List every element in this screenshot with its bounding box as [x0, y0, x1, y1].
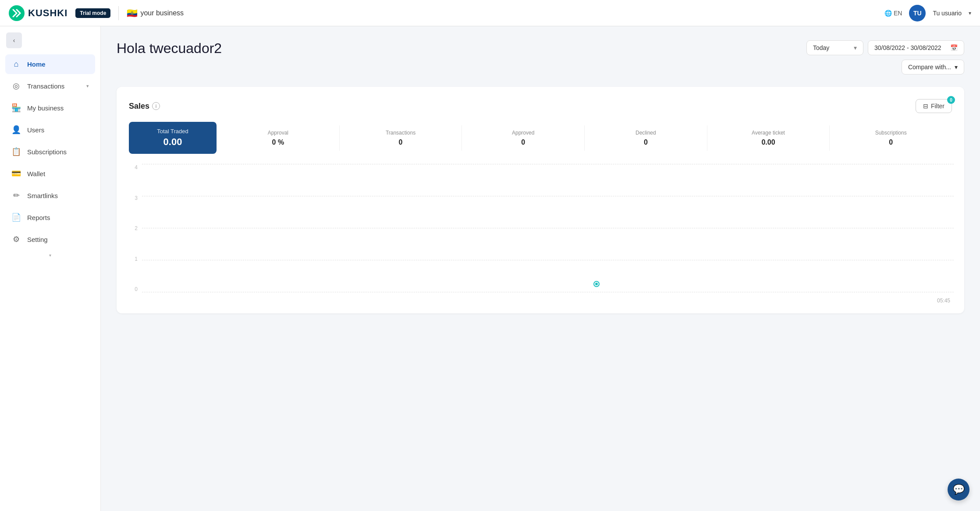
metric-label: Approved [465, 130, 581, 136]
subscriptions-icon: 📋 [11, 147, 21, 156]
metric-label: Declined [588, 130, 703, 136]
sidebar-item-label: Home [27, 60, 46, 68]
stat-metric-approval: Approval 0 % [217, 125, 339, 151]
globe-icon: 🌐 [884, 10, 892, 17]
sidebar-item-users[interactable]: 👤 Users [5, 120, 95, 140]
sidebar-item-label: Transactions [27, 82, 64, 90]
chart-data-point [594, 282, 599, 286]
setting-icon: ⚙ [11, 234, 21, 244]
business-name: your business [140, 9, 184, 17]
metric-label: Transactions [343, 130, 458, 136]
trial-badge: Trial mode [75, 8, 110, 18]
sidebar-item-transactions[interactable]: ◎ Transactions ▾ [5, 76, 95, 96]
chart-y-label-4: 4 [127, 164, 140, 170]
user-menu-chevron[interactable]: ▾ [969, 10, 971, 16]
page-title: Hola twecuador2 [117, 40, 222, 57]
sidebar-item-label: Wallet [27, 170, 45, 177]
sidebar-item-smartlinks[interactable]: ✏ Smartlinks [5, 185, 95, 206]
language-selector[interactable]: 🌐 EN [884, 10, 902, 17]
sidebar-item-label: Smartlinks [27, 192, 58, 199]
stats-row: Total Traded 0.00 Approval 0 % Transacti… [129, 122, 952, 154]
sidebar: ‹ ⌂ Home ◎ Transactions ▾ 🏪 My business … [0, 26, 101, 511]
sidebar-item-subscriptions[interactable]: 📋 Subscriptions [5, 142, 95, 162]
sales-card: Sales i ⊟ Filter 0 Total Traded 0.00 [117, 87, 964, 313]
sales-card-header: Sales i ⊟ Filter 0 [129, 99, 952, 113]
home-icon: ⌂ [11, 60, 21, 69]
chart-area: 0 1 2 3 4 05:45 [127, 164, 954, 305]
kushki-logo-icon [9, 5, 25, 21]
users-icon: 👤 [11, 125, 21, 135]
header-controls: Today ▾ 30/08/2022 - 30/08/2022 📅 Compar… [806, 40, 964, 75]
sidebar-item-my-business[interactable]: 🏪 My business [5, 98, 95, 118]
sidebar-item-label: Setting [27, 236, 48, 243]
chat-icon: 💬 [953, 484, 965, 495]
my-business-icon: 🏪 [11, 103, 21, 113]
chart-y-label-2: 2 [127, 225, 140, 231]
metric-label: Average ticket [711, 130, 826, 136]
page-header: Hola twecuador2 Today ▾ 30/08/2022 - 30/… [117, 40, 964, 75]
chart-y-label-0: 0 [127, 286, 140, 292]
period-label: Today [813, 44, 829, 51]
metric-value: 0 [588, 138, 703, 146]
metric-value: 0 [343, 138, 458, 146]
stat-metric-transactions: Transactions 0 [339, 125, 462, 151]
metric-value: 0 % [220, 138, 336, 146]
chart-y-label-3: 3 [127, 195, 140, 201]
metric-value: 0 [465, 138, 581, 146]
period-dropdown-arrow: ▾ [854, 44, 857, 51]
language-label: EN [894, 10, 902, 17]
metric-value: 0 [833, 138, 948, 146]
topnav-divider [118, 6, 119, 20]
sidebar-item-label: My business [27, 104, 64, 112]
sidebar-item-wallet[interactable]: 💳 Wallet [5, 163, 95, 184]
compare-button[interactable]: Compare with... ▾ [902, 60, 964, 75]
sidebar-item-label: Subscriptions [27, 148, 67, 156]
filter-icon: ⊟ [923, 103, 928, 110]
reports-icon: 📄 [11, 213, 21, 222]
logo-text: KUSHKI [28, 7, 67, 19]
date-range-picker[interactable]: 30/08/2022 - 30/08/2022 📅 [868, 40, 964, 55]
topnav: KUSHKI Trial mode 🇪🇨 your business 🌐 EN … [0, 0, 980, 26]
chat-widget-button[interactable]: 💬 [948, 479, 969, 500]
total-traded-card: Total Traded 0.00 [129, 122, 217, 154]
filter-label: Filter [931, 103, 944, 110]
sales-title: Sales i [129, 102, 160, 111]
sidebar-item-reports[interactable]: 📄 Reports [5, 207, 95, 227]
sidebar-item-setting[interactable]: ⚙ Setting [5, 229, 95, 249]
layout: ‹ ⌂ Home ◎ Transactions ▾ 🏪 My business … [0, 26, 980, 511]
stat-metric-approved: Approved 0 [462, 125, 584, 151]
total-traded-value: 0.00 [163, 136, 182, 148]
metric-label: Approval [220, 130, 336, 136]
chart-y-label-1: 1 [127, 256, 140, 262]
metric-label: Subscriptions [833, 130, 948, 136]
filter-count-badge: 0 [947, 96, 955, 104]
topnav-right: 🌐 EN TU Tu usuario ▾ [884, 5, 971, 21]
stat-metric-average-ticket: Average ticket 0.00 [707, 125, 830, 151]
chevron-down-icon: ▾ [86, 83, 89, 89]
sidebar-item-label: Users [27, 126, 44, 134]
stat-metric-declined: Declined 0 [584, 125, 707, 151]
compare-chevron-icon: ▾ [955, 64, 958, 71]
logo: KUSHKI Trial mode [9, 5, 110, 21]
calendar-icon: 📅 [950, 44, 958, 51]
date-range-value: 30/08/2022 - 30/08/2022 [874, 44, 941, 51]
filter-button[interactable]: ⊟ Filter 0 [916, 99, 952, 113]
stat-metric-subscriptions: Subscriptions 0 [829, 125, 952, 151]
sidebar-nav: ⌂ Home ◎ Transactions ▾ 🏪 My business 👤 … [0, 54, 100, 249]
period-dropdown[interactable]: Today ▾ [806, 40, 863, 55]
sidebar-scroll-indicator: ▾ [0, 249, 100, 261]
main-content: Hola twecuador2 Today ▾ 30/08/2022 - 30/… [101, 26, 980, 511]
user-avatar[interactable]: TU [909, 5, 926, 21]
compare-label: Compare with... [908, 64, 951, 71]
sidebar-item-home[interactable]: ⌂ Home [5, 54, 95, 74]
metric-value: 0.00 [711, 138, 826, 146]
date-controls: Today ▾ 30/08/2022 - 30/08/2022 📅 [806, 40, 964, 55]
smartlinks-icon: ✏ [11, 191, 21, 200]
sidebar-item-label: Reports [27, 214, 50, 221]
business-flag: 🇪🇨 [127, 8, 138, 18]
transactions-icon: ◎ [11, 81, 21, 91]
stats-metrics: Approval 0 % Transactions 0 Approved 0 D… [217, 122, 952, 154]
sidebar-collapse-button[interactable]: ‹ [6, 32, 22, 48]
total-traded-label: Total Traded [157, 128, 188, 135]
sales-info-icon[interactable]: i [152, 102, 160, 110]
